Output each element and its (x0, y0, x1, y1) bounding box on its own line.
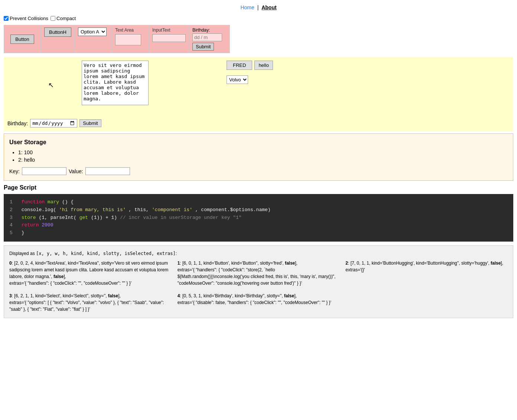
widget-buttonh: ButtonH (41, 25, 75, 53)
fred-button[interactable]: FRED (227, 61, 252, 70)
display-item-4: 4: [0, 5, 3, 1, kind='Birthday', kind='B… (178, 293, 340, 313)
key-label: Key: (9, 168, 20, 174)
option-a-select[interactable]: Option A Option B (78, 28, 107, 36)
textarea-widget[interactable] (115, 34, 141, 45)
controls-bar: Prevent Collisions Compact (0, 13, 517, 23)
value-label: Value: (69, 168, 83, 174)
displayed-as-header: Displayed as [x, y, w, h, kind, kind, sl… (9, 251, 508, 256)
page-script-section: Page Script (4, 184, 513, 191)
code-block: 1 function mary () { 2 console.log( 'hi … (4, 194, 513, 242)
display-item-3: 3: [6, 2, 1, 1, kind='Select', kind='Sel… (9, 293, 172, 313)
key-value-row: Key: Value: (9, 167, 508, 175)
page-script-title: Page Script (4, 184, 513, 191)
code-line-5: 5 } (10, 229, 507, 237)
nav-separator: | (257, 4, 259, 10)
nav-bar: Home | About (0, 0, 517, 13)
code-line-1: 1 function mary () { (10, 198, 507, 206)
volvo-select[interactable]: Volvo Saab Fiat (227, 75, 248, 84)
displayed-as-grid: 0: [2, 0, 2, 4, kind='TextArea', kind='T… (9, 260, 508, 313)
compact-checkbox[interactable] (51, 16, 55, 21)
list-item: 2: hello (18, 157, 508, 163)
display-item-2: 2: [7, 0, 1, 1, kind='ButtonHugging', ki… (345, 260, 508, 287)
hello-button[interactable]: hello (254, 61, 273, 70)
volvo-area: Volvo Saab Fiat (227, 75, 248, 84)
birthday-bottom-area: Birthday: Submit (7, 119, 101, 127)
display-item-0: 0: [2, 0, 2, 4, kind='TextArea', kind='T… (9, 260, 172, 287)
widget-inputtext: InputText (149, 25, 189, 53)
compact-label[interactable]: Compact (51, 16, 76, 21)
widget-strip: Button ButtonH Option A Option B Text Ar… (0, 23, 517, 55)
display-item-1: 1: [6, 0, 1, 1, kind='Button', kind='But… (178, 260, 340, 287)
birthday-bottom-label: Birthday: (7, 120, 28, 126)
birthday-widget-submit[interactable]: Submit (192, 43, 214, 51)
buttonh-widget[interactable]: ButtonH (44, 28, 71, 37)
widget-textarea: Text Area (112, 25, 149, 53)
widget-option-a: Option A Option B (75, 25, 112, 53)
home-link[interactable]: Home (240, 4, 254, 10)
inputtext-widget[interactable] (152, 34, 186, 42)
list-item: 1: 100 (18, 149, 508, 155)
main-content-textarea[interactable]: Vero sit vero eirmod ipsum sadipscing lo… (82, 61, 149, 105)
code-line-2: 2 console.log( 'hi from mary, this is' ,… (10, 206, 507, 214)
cursor-indicator: ↖ (48, 81, 54, 89)
key-input[interactable] (22, 167, 66, 175)
value-input[interactable] (85, 167, 130, 175)
widget-button: Button (4, 25, 41, 53)
fred-area: FRED hello (227, 61, 273, 70)
user-storage-list: 1: 100 2: hello (18, 149, 508, 163)
birthday-bottom-input[interactable] (30, 119, 77, 127)
displayed-as-section: Displayed as [x, y, w, h, kind, kind, sl… (4, 245, 513, 318)
user-storage-section: User Storage 1: 100 2: hello Key: Value: (4, 133, 513, 181)
user-storage-title: User Storage (9, 139, 508, 146)
about-link[interactable]: About (261, 4, 276, 10)
prevent-collisions-label[interactable]: Prevent Collisions (4, 16, 48, 21)
prevent-collisions-checkbox[interactable] (4, 16, 9, 21)
birthday-bottom-submit[interactable]: Submit (79, 119, 101, 127)
main-area: ↖ Vero sit vero eirmod ipsum sadipscing … (4, 57, 513, 131)
widget-birthday: Birthday: Submit (189, 25, 230, 53)
code-line-3: 3 store (1, parseInt( get (1)) + 1) // i… (10, 214, 507, 222)
button-widget[interactable]: Button (10, 35, 34, 44)
birthday-widget-input[interactable] (192, 33, 222, 41)
code-line-4: 4 return 2000 (10, 222, 507, 229)
